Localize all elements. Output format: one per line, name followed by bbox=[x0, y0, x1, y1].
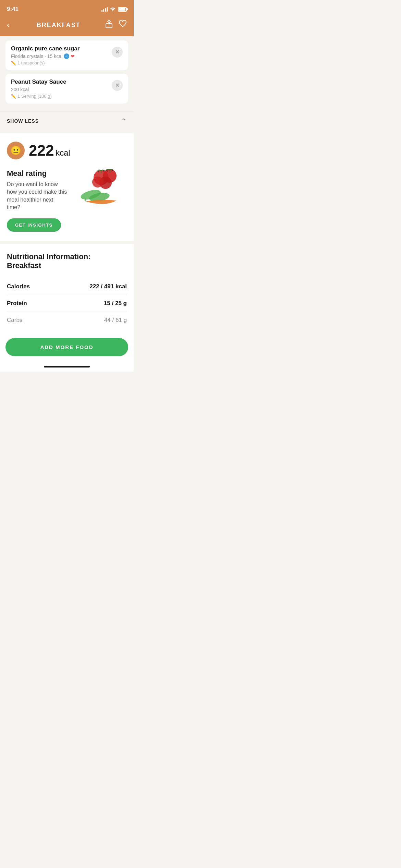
nutrition-label: Protein bbox=[7, 300, 27, 307]
meal-rating-block: Meal rating Do you want to know how you … bbox=[7, 169, 127, 232]
nutrition-row: Carbs 44 / 61 g bbox=[7, 312, 127, 328]
mood-emoji: 😐 bbox=[7, 142, 25, 159]
status-bar: 9:41 bbox=[0, 0, 134, 16]
nutrition-value: 15 / 25 g bbox=[104, 300, 127, 307]
remove-food-button[interactable]: ✕ bbox=[112, 80, 123, 91]
meal-rating-desc: Do you want to know how you could make t… bbox=[7, 181, 68, 212]
food-item-card: Organic pure cane sugar Florida crystals… bbox=[5, 40, 128, 70]
food-items-section: Organic pure cane sugar Florida crystals… bbox=[0, 36, 134, 111]
status-icons bbox=[101, 7, 127, 12]
nutrition-label: Carbs bbox=[7, 317, 22, 324]
home-bar bbox=[44, 366, 90, 367]
meal-rating-title: Meal rating bbox=[7, 169, 68, 178]
food-item-card: Peanut Satay Sauce 200 kcal 1 Serving (1… bbox=[5, 74, 128, 104]
nutrition-value: 44 / 61 g bbox=[104, 317, 127, 324]
nutrition-section: Nutritional Information: Breakfast Calor… bbox=[0, 244, 134, 334]
svg-point-5 bbox=[92, 177, 103, 188]
header-actions bbox=[105, 20, 127, 31]
nutrition-value: 222 / 491 kcal bbox=[89, 283, 127, 290]
favorite-badge: ❤ bbox=[71, 53, 75, 59]
meal-rating-content: Meal rating Do you want to know how you … bbox=[7, 169, 72, 232]
food-item-meta: Florida crystals · 15 kcal ✓ ❤ bbox=[11, 53, 112, 59]
food-item-name: Organic pure cane sugar bbox=[11, 45, 112, 52]
battery-icon bbox=[118, 7, 127, 12]
signal-icon bbox=[101, 7, 108, 12]
close-icon: ✕ bbox=[115, 49, 120, 55]
status-time: 9:41 bbox=[7, 6, 19, 13]
calorie-number: 222 bbox=[29, 142, 54, 159]
show-less-row[interactable]: SHOW LESS ⌃ bbox=[0, 111, 134, 131]
header-title: BREAKFAST bbox=[37, 22, 81, 29]
nutrition-row: Calories 222 / 491 kcal bbox=[7, 278, 127, 295]
food-meta-text: 200 kcal bbox=[11, 87, 29, 92]
home-indicator bbox=[0, 363, 134, 372]
favorite-button[interactable] bbox=[119, 20, 127, 31]
show-less-label: SHOW LESS bbox=[7, 118, 39, 124]
header: ‹ BREAKFAST bbox=[0, 16, 134, 36]
close-icon: ✕ bbox=[115, 83, 120, 88]
calorie-row: 😐 222 kcal bbox=[7, 142, 127, 159]
get-insights-button[interactable]: GET INSIGHTS bbox=[7, 218, 61, 232]
share-button[interactable] bbox=[105, 20, 113, 31]
nutrition-title: Nutritional Information: Breakfast bbox=[7, 252, 127, 270]
remove-food-button[interactable]: ✕ bbox=[112, 47, 123, 58]
food-item-name: Peanut Satay Sauce bbox=[11, 79, 112, 85]
mood-face: 😐 bbox=[10, 145, 21, 156]
wifi-icon bbox=[110, 7, 116, 12]
calorie-unit: kcal bbox=[56, 148, 70, 157]
veggies-illustration bbox=[72, 169, 127, 210]
verified-badge: ✓ bbox=[64, 53, 69, 59]
food-item-info: Organic pure cane sugar Florida crystals… bbox=[11, 45, 112, 65]
nutrition-label: Calories bbox=[7, 283, 30, 290]
calorie-display: 222 kcal bbox=[29, 142, 70, 159]
back-button[interactable]: ‹ bbox=[7, 19, 12, 31]
food-item-serving: 1 Serving (100 g) bbox=[11, 94, 112, 99]
chevron-up-icon: ⌃ bbox=[121, 117, 127, 125]
food-item-meta: 200 kcal bbox=[11, 87, 112, 92]
add-more-food-button[interactable]: ADD MORE FOOD bbox=[5, 338, 128, 356]
food-meta-text: Florida crystals · 15 kcal bbox=[11, 53, 62, 59]
meal-score-section: 😐 222 kcal Meal rating Do you want to kn… bbox=[0, 133, 134, 241]
food-item-serving: 1 teaspoon(s) bbox=[11, 60, 112, 65]
food-item-info: Peanut Satay Sauce 200 kcal 1 Serving (1… bbox=[11, 79, 112, 99]
nutrition-row: Protein 15 / 25 g bbox=[7, 295, 127, 312]
add-food-section: ADD MORE FOOD bbox=[0, 334, 134, 363]
